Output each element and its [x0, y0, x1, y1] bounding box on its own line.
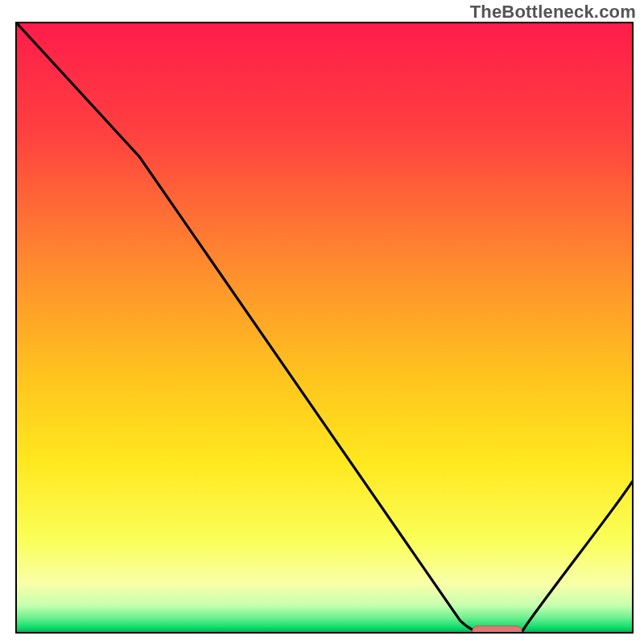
attribution-text: TheBottleneck.com — [470, 2, 636, 23]
bottleneck-chart: TheBottleneck.com — [0, 0, 644, 644]
optimal-range-marker — [473, 626, 522, 636]
gradient-background — [16, 23, 633, 633]
chart-svg — [0, 0, 644, 644]
